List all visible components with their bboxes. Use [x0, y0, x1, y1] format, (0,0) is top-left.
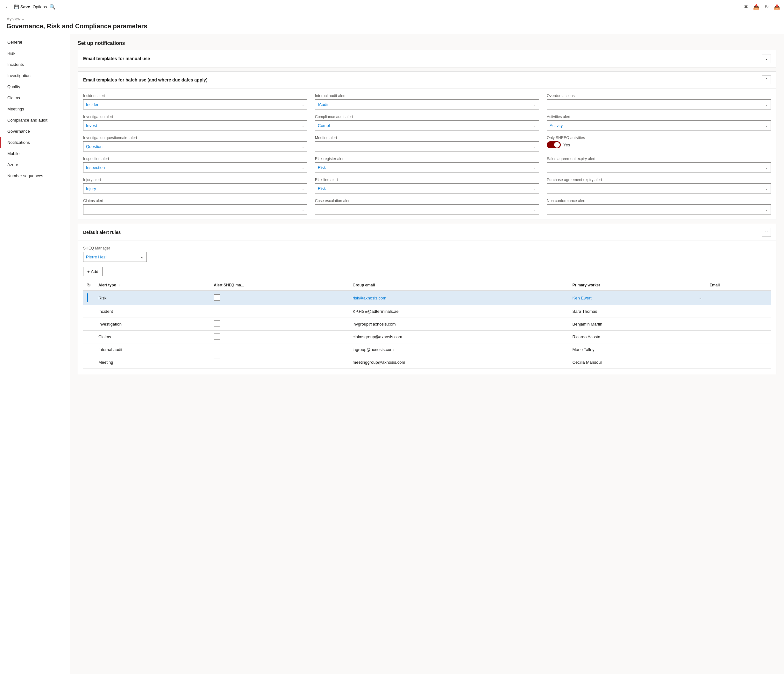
activities-alert-select[interactable]: Activity ⌄: [547, 120, 771, 130]
chevron-up-icon: ⌃: [765, 78, 768, 82]
incident-alert-value: Incident: [86, 102, 101, 107]
purchase-agreement-expiry-select[interactable]: ⌄: [547, 183, 771, 194]
panel-batch-toggle[interactable]: ⌃: [762, 75, 771, 84]
internal-audit-alert-select[interactable]: IAudit ⌄: [315, 99, 539, 109]
back-button[interactable]: ←: [4, 3, 11, 11]
activities-alert-value: Activity: [550, 123, 563, 128]
sales-agreement-expiry-select[interactable]: ⌄: [547, 162, 771, 172]
group-email-cell: meetinggroup@axnosis.com: [349, 356, 568, 369]
panel-manual-toggle[interactable]: ⌄: [762, 54, 771, 63]
chevron-down-icon: ⌄: [140, 255, 144, 259]
field-sales-agreement-expiry: Sales agreement expiry alert ⌄: [547, 157, 771, 172]
sidebar-item-azure[interactable]: Azure: [0, 159, 70, 170]
alert-type-cell: Risk: [95, 290, 210, 305]
sidebar-item-label: Incidents: [7, 62, 24, 67]
sidebar-item-label: General: [7, 40, 22, 45]
panel-default-rules-toggle[interactable]: ⌃: [762, 228, 771, 237]
table-row[interactable]: Incident KP.HSE@adterminals.ae Sara Thom…: [83, 305, 771, 318]
col-alert-type: Alert type ↑: [95, 280, 210, 290]
sidebar-item-notifications[interactable]: Notifications: [0, 137, 70, 148]
group-email-link[interactable]: risk@axnosis.com: [353, 296, 386, 300]
options-button[interactable]: Options: [33, 5, 47, 9]
alert-type-cell: Investigation: [95, 318, 210, 331]
sidebar-item-label: Meetings: [7, 107, 24, 111]
sidebar-item-compliance-audit[interactable]: Compliance and audit: [0, 115, 70, 126]
sidebar-item-risk[interactable]: Risk: [0, 48, 70, 59]
sheq-manager-row: SHEQ Manager Pierre Hezi ⌄: [83, 246, 771, 262]
toolbar-icon-3[interactable]: ↻: [765, 4, 769, 10]
search-button[interactable]: 🔍: [49, 4, 56, 10]
alert-sheq-cell: [210, 331, 349, 343]
email-cell: [706, 331, 771, 343]
inspection-alert-select[interactable]: Inspection ⌄: [83, 162, 307, 172]
primary-worker-link[interactable]: Ken Ewert: [572, 296, 592, 300]
only-shreq-toggle[interactable]: [547, 141, 561, 148]
sidebar-item-mobile[interactable]: Mobile: [0, 148, 70, 159]
sheq-manager-label: SHEQ Manager: [83, 246, 771, 250]
toolbar-icon-2[interactable]: 📥: [753, 4, 759, 10]
toolbar-icon-1[interactable]: ✖: [744, 4, 748, 10]
panel-batch-header[interactable]: Email templates for batch use (and where…: [78, 71, 776, 89]
sidebar-item-number-sequences[interactable]: Number sequences: [0, 170, 70, 182]
row-indicator-cell: [83, 290, 95, 305]
chevron-down-icon: ⌄: [765, 56, 768, 61]
sidebar-item-investigation[interactable]: Investigation: [0, 70, 70, 81]
meeting-alert-select[interactable]: ⌄: [315, 141, 539, 151]
table-row[interactable]: Investigation invgroup@axnosis.com Benja…: [83, 318, 771, 331]
chevron-down-icon: ⌄: [765, 102, 768, 107]
injury-alert-select[interactable]: Injury ⌄: [83, 183, 307, 194]
table-row[interactable]: Meeting meetinggroup@axnosis.com Cecilia…: [83, 356, 771, 369]
claims-alert-label: Claims alert: [83, 199, 307, 203]
my-view-selector[interactable]: My view ⌄: [6, 17, 25, 21]
my-view-chevron: ⌄: [21, 17, 25, 21]
chevron-down-icon: ⌄: [534, 186, 536, 191]
investigation-questionnaire-alert-select[interactable]: Question ⌄: [83, 141, 307, 151]
refresh-icon[interactable]: ↻: [87, 283, 91, 288]
save-icon: 💾: [14, 5, 19, 9]
panel-manual-header[interactable]: Email templates for manual use ⌄: [78, 50, 776, 67]
alert-sheq-checkbox[interactable]: [214, 333, 220, 340]
risk-line-alert-select[interactable]: Risk ⌄: [315, 183, 539, 194]
save-button[interactable]: 💾 Save: [14, 5, 30, 9]
table-row[interactable]: Risk risk@axnosis.com Ken Ewert: [83, 290, 771, 305]
risk-register-alert-select[interactable]: Risk ⌄: [315, 162, 539, 172]
non-conformance-alert-select[interactable]: ⌄: [547, 204, 771, 214]
compliance-audit-alert-value: Compl: [318, 123, 330, 128]
non-conformance-alert-label: Non conformance alert: [547, 199, 771, 203]
table-row[interactable]: Internal audit iagroup@axnosis.com Marie…: [83, 343, 771, 356]
add-rule-button[interactable]: + Add: [83, 267, 103, 276]
panel-manual-templates: Email templates for manual use ⌄: [78, 50, 776, 67]
primary-worker-cell: Cecilia Mansour: [569, 356, 706, 369]
field-investigation-alert: Investigation alert Invest ⌄: [83, 115, 307, 130]
main-layout: General Risk Incidents Investigation Qua…: [0, 34, 784, 674]
table-row[interactable]: Claims claimsgroup@axnosis.com Ricardo A…: [83, 331, 771, 343]
sidebar-item-quality[interactable]: Quality: [0, 81, 70, 92]
alert-sheq-checkbox[interactable]: [214, 308, 220, 314]
sidebar: General Risk Incidents Investigation Qua…: [0, 34, 70, 674]
investigation-alert-select[interactable]: Invest ⌄: [83, 120, 307, 130]
sidebar-item-governance[interactable]: Governance: [0, 126, 70, 137]
sidebar-item-label: Mobile: [7, 151, 19, 156]
alert-sheq-checkbox[interactable]: [214, 359, 220, 365]
alert-sheq-checkbox[interactable]: [214, 320, 220, 327]
panel-default-rules-header[interactable]: Default alert rules ⌃: [78, 224, 776, 241]
field-overdue-actions: Overdue actions ⌄: [547, 93, 771, 109]
compliance-audit-alert-select[interactable]: Compl ⌄: [315, 120, 539, 130]
case-escalation-alert-select[interactable]: ⌄: [315, 204, 539, 214]
sidebar-item-claims[interactable]: Claims: [0, 92, 70, 103]
alert-sheq-checkbox[interactable]: [214, 294, 220, 301]
col-alert-sheq-ma: Alert SHEQ ma...: [210, 280, 349, 290]
injury-alert-label: Injury alert: [83, 177, 307, 182]
overdue-actions-select[interactable]: ⌄: [547, 99, 771, 109]
sidebar-item-label: Notifications: [7, 140, 30, 145]
sidebar-item-meetings[interactable]: Meetings: [0, 103, 70, 115]
sidebar-item-incidents[interactable]: Incidents: [0, 59, 70, 70]
add-label: Add: [91, 269, 98, 274]
claims-alert-select[interactable]: ⌄: [83, 204, 307, 214]
incident-alert-select[interactable]: Incident ⌄: [83, 99, 307, 109]
sidebar-item-label: Investigation: [7, 73, 31, 78]
sheq-manager-select[interactable]: Pierre Hezi ⌄: [83, 252, 147, 262]
sidebar-item-general[interactable]: General: [0, 37, 70, 48]
toolbar-icon-4[interactable]: 📤: [774, 4, 780, 10]
alert-sheq-checkbox[interactable]: [214, 346, 220, 352]
